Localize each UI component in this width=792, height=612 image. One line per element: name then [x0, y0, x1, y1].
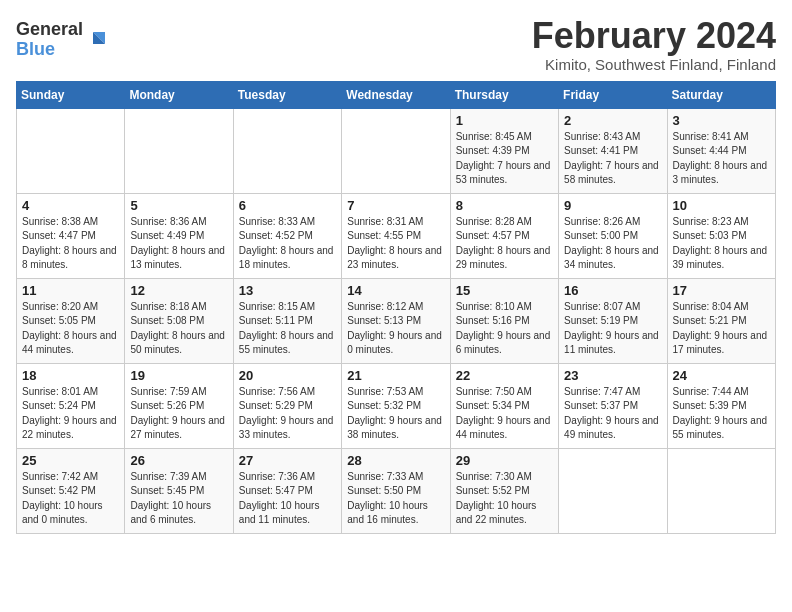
day-number: 29: [456, 453, 553, 468]
calendar-cell: 6Sunrise: 8:33 AM Sunset: 4:52 PM Daylig…: [233, 193, 341, 278]
logo: General Blue: [16, 20, 109, 60]
calendar-cell: 1Sunrise: 8:45 AM Sunset: 4:39 PM Daylig…: [450, 108, 558, 193]
logo-general-text: General: [16, 20, 83, 40]
title-section: February 2024 Kimito, Southwest Finland,…: [532, 16, 776, 73]
day-number: 10: [673, 198, 770, 213]
calendar-cell: [233, 108, 341, 193]
day-info: Sunrise: 8:26 AM Sunset: 5:00 PM Dayligh…: [564, 215, 661, 273]
day-number: 24: [673, 368, 770, 383]
day-info: Sunrise: 8:43 AM Sunset: 4:41 PM Dayligh…: [564, 130, 661, 188]
calendar-cell: 21Sunrise: 7:53 AM Sunset: 5:32 PM Dayli…: [342, 363, 450, 448]
calendar-cell: 13Sunrise: 8:15 AM Sunset: 5:11 PM Dayli…: [233, 278, 341, 363]
day-info: Sunrise: 7:42 AM Sunset: 5:42 PM Dayligh…: [22, 470, 119, 528]
calendar-cell: 23Sunrise: 7:47 AM Sunset: 5:37 PM Dayli…: [559, 363, 667, 448]
day-info: Sunrise: 8:15 AM Sunset: 5:11 PM Dayligh…: [239, 300, 336, 358]
day-info: Sunrise: 7:59 AM Sunset: 5:26 PM Dayligh…: [130, 385, 227, 443]
day-header-tuesday: Tuesday: [233, 81, 341, 108]
calendar-cell: 20Sunrise: 7:56 AM Sunset: 5:29 PM Dayli…: [233, 363, 341, 448]
day-number: 25: [22, 453, 119, 468]
day-header-thursday: Thursday: [450, 81, 558, 108]
calendar-cell: [17, 108, 125, 193]
day-number: 19: [130, 368, 227, 383]
calendar-cell: [559, 448, 667, 533]
calendar-cell: 17Sunrise: 8:04 AM Sunset: 5:21 PM Dayli…: [667, 278, 775, 363]
calendar-cell: [667, 448, 775, 533]
calendar-cell: 15Sunrise: 8:10 AM Sunset: 5:16 PM Dayli…: [450, 278, 558, 363]
day-info: Sunrise: 8:23 AM Sunset: 5:03 PM Dayligh…: [673, 215, 770, 273]
day-info: Sunrise: 8:45 AM Sunset: 4:39 PM Dayligh…: [456, 130, 553, 188]
calendar-table: SundayMondayTuesdayWednesdayThursdayFrid…: [16, 81, 776, 534]
calendar-cell: [342, 108, 450, 193]
calendar-cell: [125, 108, 233, 193]
calendar-cell: 2Sunrise: 8:43 AM Sunset: 4:41 PM Daylig…: [559, 108, 667, 193]
calendar-cell: 12Sunrise: 8:18 AM Sunset: 5:08 PM Dayli…: [125, 278, 233, 363]
day-info: Sunrise: 8:33 AM Sunset: 4:52 PM Dayligh…: [239, 215, 336, 273]
day-header-friday: Friday: [559, 81, 667, 108]
calendar-cell: 7Sunrise: 8:31 AM Sunset: 4:55 PM Daylig…: [342, 193, 450, 278]
day-number: 26: [130, 453, 227, 468]
day-info: Sunrise: 8:01 AM Sunset: 5:24 PM Dayligh…: [22, 385, 119, 443]
day-info: Sunrise: 7:36 AM Sunset: 5:47 PM Dayligh…: [239, 470, 336, 528]
day-info: Sunrise: 8:20 AM Sunset: 5:05 PM Dayligh…: [22, 300, 119, 358]
day-number: 17: [673, 283, 770, 298]
day-number: 1: [456, 113, 553, 128]
calendar-cell: 4Sunrise: 8:38 AM Sunset: 4:47 PM Daylig…: [17, 193, 125, 278]
day-info: Sunrise: 7:30 AM Sunset: 5:52 PM Dayligh…: [456, 470, 553, 528]
logo-blue-text: Blue: [16, 40, 83, 60]
calendar-cell: 8Sunrise: 8:28 AM Sunset: 4:57 PM Daylig…: [450, 193, 558, 278]
day-number: 16: [564, 283, 661, 298]
week-row-1: 1Sunrise: 8:45 AM Sunset: 4:39 PM Daylig…: [17, 108, 776, 193]
day-number: 21: [347, 368, 444, 383]
day-header-sunday: Sunday: [17, 81, 125, 108]
calendar-subtitle: Kimito, Southwest Finland, Finland: [532, 56, 776, 73]
day-number: 18: [22, 368, 119, 383]
day-number: 3: [673, 113, 770, 128]
week-row-2: 4Sunrise: 8:38 AM Sunset: 4:47 PM Daylig…: [17, 193, 776, 278]
calendar-cell: 16Sunrise: 8:07 AM Sunset: 5:19 PM Dayli…: [559, 278, 667, 363]
day-info: Sunrise: 8:10 AM Sunset: 5:16 PM Dayligh…: [456, 300, 553, 358]
calendar-cell: 27Sunrise: 7:36 AM Sunset: 5:47 PM Dayli…: [233, 448, 341, 533]
day-number: 22: [456, 368, 553, 383]
calendar-cell: 25Sunrise: 7:42 AM Sunset: 5:42 PM Dayli…: [17, 448, 125, 533]
day-number: 11: [22, 283, 119, 298]
day-number: 9: [564, 198, 661, 213]
days-header-row: SundayMondayTuesdayWednesdayThursdayFrid…: [17, 81, 776, 108]
calendar-cell: 28Sunrise: 7:33 AM Sunset: 5:50 PM Dayli…: [342, 448, 450, 533]
day-number: 13: [239, 283, 336, 298]
day-number: 12: [130, 283, 227, 298]
page-header: General Blue February 2024 Kimito, South…: [16, 16, 776, 73]
day-header-wednesday: Wednesday: [342, 81, 450, 108]
day-number: 6: [239, 198, 336, 213]
day-info: Sunrise: 8:31 AM Sunset: 4:55 PM Dayligh…: [347, 215, 444, 273]
calendar-title: February 2024: [532, 16, 776, 56]
day-info: Sunrise: 8:18 AM Sunset: 5:08 PM Dayligh…: [130, 300, 227, 358]
logo-icon: [85, 28, 109, 52]
calendar-cell: 5Sunrise: 8:36 AM Sunset: 4:49 PM Daylig…: [125, 193, 233, 278]
day-number: 20: [239, 368, 336, 383]
week-row-3: 11Sunrise: 8:20 AM Sunset: 5:05 PM Dayli…: [17, 278, 776, 363]
calendar-cell: 9Sunrise: 8:26 AM Sunset: 5:00 PM Daylig…: [559, 193, 667, 278]
day-info: Sunrise: 8:28 AM Sunset: 4:57 PM Dayligh…: [456, 215, 553, 273]
week-row-5: 25Sunrise: 7:42 AM Sunset: 5:42 PM Dayli…: [17, 448, 776, 533]
day-info: Sunrise: 7:47 AM Sunset: 5:37 PM Dayligh…: [564, 385, 661, 443]
day-number: 5: [130, 198, 227, 213]
calendar-cell: 26Sunrise: 7:39 AM Sunset: 5:45 PM Dayli…: [125, 448, 233, 533]
day-info: Sunrise: 7:33 AM Sunset: 5:50 PM Dayligh…: [347, 470, 444, 528]
day-info: Sunrise: 8:36 AM Sunset: 4:49 PM Dayligh…: [130, 215, 227, 273]
week-row-4: 18Sunrise: 8:01 AM Sunset: 5:24 PM Dayli…: [17, 363, 776, 448]
calendar-cell: 11Sunrise: 8:20 AM Sunset: 5:05 PM Dayli…: [17, 278, 125, 363]
day-info: Sunrise: 7:53 AM Sunset: 5:32 PM Dayligh…: [347, 385, 444, 443]
day-info: Sunrise: 8:07 AM Sunset: 5:19 PM Dayligh…: [564, 300, 661, 358]
calendar-cell: 3Sunrise: 8:41 AM Sunset: 4:44 PM Daylig…: [667, 108, 775, 193]
calendar-cell: 24Sunrise: 7:44 AM Sunset: 5:39 PM Dayli…: [667, 363, 775, 448]
calendar-cell: 29Sunrise: 7:30 AM Sunset: 5:52 PM Dayli…: [450, 448, 558, 533]
day-info: Sunrise: 7:56 AM Sunset: 5:29 PM Dayligh…: [239, 385, 336, 443]
day-info: Sunrise: 8:04 AM Sunset: 5:21 PM Dayligh…: [673, 300, 770, 358]
day-number: 8: [456, 198, 553, 213]
day-info: Sunrise: 8:41 AM Sunset: 4:44 PM Dayligh…: [673, 130, 770, 188]
day-header-saturday: Saturday: [667, 81, 775, 108]
day-info: Sunrise: 8:38 AM Sunset: 4:47 PM Dayligh…: [22, 215, 119, 273]
day-number: 4: [22, 198, 119, 213]
calendar-cell: 10Sunrise: 8:23 AM Sunset: 5:03 PM Dayli…: [667, 193, 775, 278]
day-number: 15: [456, 283, 553, 298]
